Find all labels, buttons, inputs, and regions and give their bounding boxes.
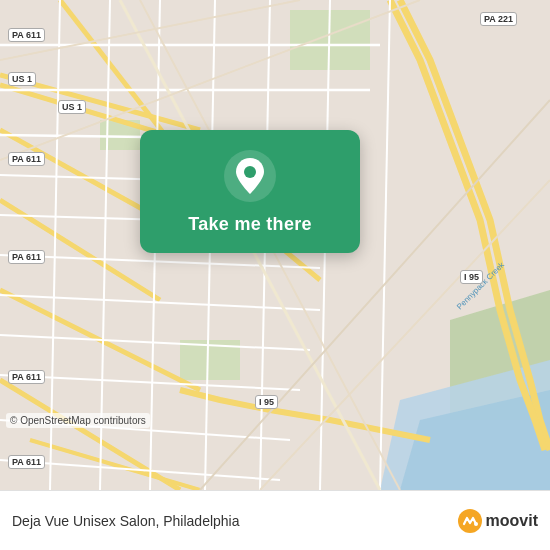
svg-point-44 [474, 522, 478, 526]
moovit-brand-text: moovit [486, 512, 538, 530]
road-label-pa611-lower: PA 611 [8, 250, 45, 264]
map-container: Pennypack Creek PA 611 US 1 US 1 PA 611 … [0, 0, 550, 490]
moovit-logo-icon [458, 509, 482, 533]
map-attribution: © OpenStreetMap contributors [6, 413, 150, 428]
location-pin-icon [224, 150, 276, 202]
take-me-there-button[interactable]: Take me there [188, 214, 312, 235]
road-label-i95-right: I 95 [460, 270, 483, 284]
bottom-bar: Deja Vue Unisex Salon, Philadelphia moov… [0, 490, 550, 550]
road-label-i95-bottom: I 95 [255, 395, 278, 409]
svg-point-42 [244, 166, 256, 178]
road-label-pa611-btm: PA 611 [8, 370, 45, 384]
road-label-us1-2: US 1 [58, 100, 86, 114]
place-name: Deja Vue Unisex Salon, Philadelphia [12, 513, 240, 529]
road-label-us1-1: US 1 [8, 72, 36, 86]
road-label-pa611-btm2: PA 611 [8, 455, 45, 469]
road-label-pa221: PA 221 [480, 12, 517, 26]
road-label-pa611-mid: PA 611 [8, 152, 45, 166]
cta-card: Take me there [140, 130, 360, 253]
moovit-logo: moovit [458, 509, 538, 533]
road-label-pa611-top: PA 611 [8, 28, 45, 42]
